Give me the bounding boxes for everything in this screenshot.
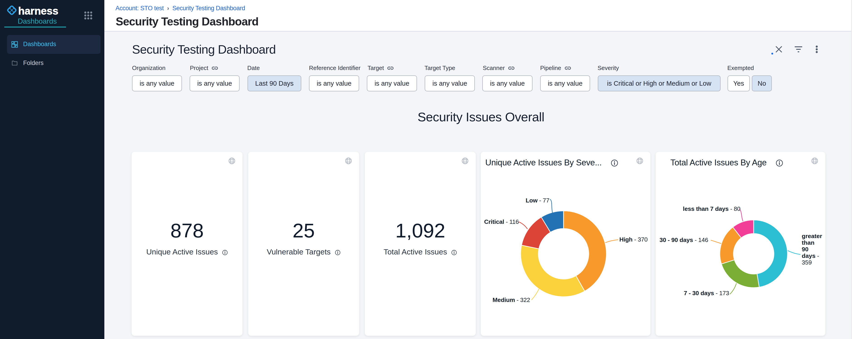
svg-text:Critical - 116: Critical - 116 (484, 218, 519, 225)
svg-text:359: 359 (802, 259, 812, 266)
svg-text:greater: greater (802, 233, 822, 239)
svg-text:Low - 77: Low - 77 (526, 197, 549, 204)
svg-text:than: than (802, 239, 814, 246)
svg-text:High - 370: High - 370 (619, 236, 648, 243)
svg-text:7 - 30 days - 173: 7 - 30 days - 173 (684, 290, 729, 296)
svg-text:Medium - 322: Medium - 322 (493, 296, 530, 303)
svg-text:days -: days - (802, 252, 819, 259)
svg-text:30 - 90 days - 146: 30 - 90 days - 146 (659, 236, 708, 243)
svg-text:90: 90 (802, 246, 808, 253)
svg-text:less than 7 days - 80: less than 7 days - 80 (683, 205, 741, 212)
